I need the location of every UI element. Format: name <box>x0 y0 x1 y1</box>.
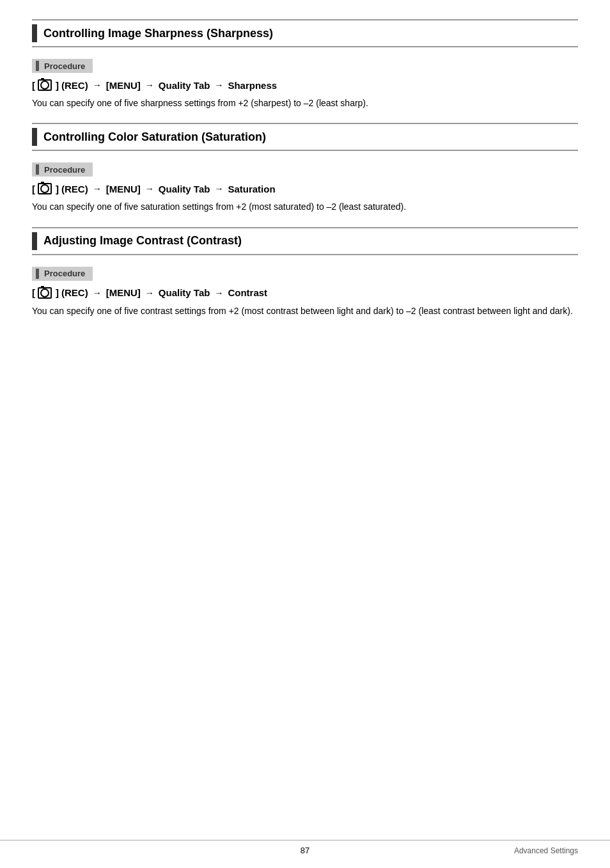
sharpness-section: Controlling Image Sharpness (Sharpness) … <box>32 19 578 110</box>
bracket-open-1: [ <box>32 80 35 91</box>
arrow-1a: → <box>93 80 102 90</box>
contrast-section: Adjusting Image Contrast (Contrast) Proc… <box>32 227 578 318</box>
procedure-badge-3: Procedure <box>32 267 93 281</box>
arrow-3b: → <box>145 288 154 298</box>
bracket-close-2: ] <box>56 184 59 194</box>
description-3: You can specify one of five contrast set… <box>32 304 578 318</box>
camera-icon-2 <box>38 183 52 194</box>
rec-label-2: (REC) <box>61 184 88 194</box>
setting-2: Saturation <box>228 184 275 194</box>
arrow-1c: → <box>214 80 223 90</box>
footer: 87 Advanced Settings <box>0 840 610 855</box>
footer-label: Advanced Settings <box>514 846 578 855</box>
procedure-label-3: Procedure <box>44 269 85 278</box>
contrast-title: Adjusting Image Contrast (Contrast) <box>43 234 242 248</box>
arrow-3a: → <box>93 288 102 298</box>
menu-label-3: [MENU] <box>106 287 141 298</box>
arrow-2b: → <box>145 184 154 194</box>
path-line-1: [] (REC) → [MENU] → Quality Tab → Sharpn… <box>32 79 578 91</box>
badge-bar-3 <box>36 269 39 279</box>
arrow-2a: → <box>93 184 102 194</box>
saturation-section: Controlling Color Saturation (Saturation… <box>32 123 578 214</box>
procedure-badge-1: Procedure <box>32 59 93 73</box>
path-line-2: [] (REC) → [MENU] → Quality Tab → Satura… <box>32 183 578 194</box>
quality-tab-1: Quality Tab <box>159 80 210 91</box>
heading-bar-2 <box>32 128 37 146</box>
bracket-close-1: ] <box>56 80 59 91</box>
saturation-heading: Controlling Color Saturation (Saturation… <box>32 123 578 151</box>
procedure-label-1: Procedure <box>44 61 85 71</box>
camera-icon-3 <box>38 287 52 299</box>
quality-tab-3: Quality Tab <box>159 287 210 298</box>
arrow-3c: → <box>214 288 223 298</box>
setting-3: Contrast <box>228 287 267 298</box>
badge-bar-2 <box>36 164 39 175</box>
page-number: 87 <box>301 846 309 855</box>
arrow-1b: → <box>145 80 154 90</box>
bracket-open-3: [ <box>32 287 35 298</box>
menu-label-1: [MENU] <box>106 80 141 91</box>
contrast-heading: Adjusting Image Contrast (Contrast) <box>32 227 578 255</box>
description-2: You can specify one of five saturation s… <box>32 200 578 214</box>
path-line-3: [] (REC) → [MENU] → Quality Tab → Contra… <box>32 287 578 299</box>
badge-bar-1 <box>36 61 39 71</box>
description-1: You can specify one of five sharpness se… <box>32 96 578 110</box>
saturation-title: Controlling Color Saturation (Saturation… <box>43 130 266 144</box>
arrow-2c: → <box>214 184 223 194</box>
procedure-badge-2: Procedure <box>32 162 93 177</box>
heading-bar <box>32 24 37 42</box>
menu-label-2: [MENU] <box>106 184 141 194</box>
procedure-label-2: Procedure <box>44 165 85 175</box>
camera-icon-1 <box>38 79 52 91</box>
rec-label-1: (REC) <box>61 80 88 91</box>
sharpness-heading: Controlling Image Sharpness (Sharpness) <box>32 19 578 47</box>
bracket-open-2: [ <box>32 184 35 194</box>
heading-bar-3 <box>32 232 37 250</box>
rec-label-3: (REC) <box>61 287 88 298</box>
setting-1: Sharpness <box>228 80 277 91</box>
quality-tab-2: Quality Tab <box>159 184 210 194</box>
sharpness-title: Controlling Image Sharpness (Sharpness) <box>43 27 273 40</box>
bracket-close-3: ] <box>56 287 59 298</box>
